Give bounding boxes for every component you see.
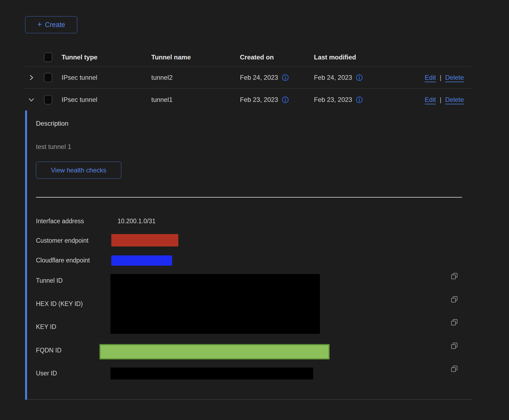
fqdn-id-label: FQDN ID: [36, 346, 62, 354]
row-checkbox[interactable]: [44, 73, 52, 82]
header-tunnel-type: Tunnel type: [62, 54, 98, 61]
header-last-modified: Last modified: [314, 54, 356, 61]
copy-icon[interactable]: [450, 318, 459, 327]
edit-link[interactable]: Edit: [425, 96, 436, 104]
interface-address-label: Interface address: [36, 217, 84, 225]
delete-link[interactable]: Delete: [445, 96, 464, 104]
key-id-label: KEY ID: [36, 323, 56, 331]
delete-link[interactable]: Delete: [445, 74, 464, 81]
table-row: IPsec tunnel tunnel1 Feb 23, 2023 Feb 23…: [25, 89, 471, 111]
header-tunnel-name: Tunnel name: [151, 54, 191, 61]
last-modified-value: Feb 23, 2023: [314, 96, 352, 104]
create-button-label: Create: [45, 21, 65, 29]
row-checkbox[interactable]: [44, 95, 52, 104]
edit-link[interactable]: Edit: [425, 74, 436, 81]
description-value: test tunnel 1: [36, 143, 71, 151]
copy-icon[interactable]: [450, 365, 459, 374]
info-icon[interactable]: [356, 74, 363, 81]
copy-icon[interactable]: [450, 342, 459, 351]
copy-icon[interactable]: [450, 295, 459, 304]
user-id-redaction: [110, 368, 313, 379]
interface-address-value: 10.200.1.0/31: [118, 217, 156, 225]
tunnel-type-value: IPsec tunnel: [62, 74, 97, 81]
cloudflare-endpoint-redaction: [111, 255, 172, 266]
view-health-checks-label: View health checks: [51, 166, 106, 174]
customer-endpoint-redaction: [111, 234, 178, 246]
create-button[interactable]: + Create: [25, 16, 77, 33]
info-icon[interactable]: [282, 74, 289, 81]
ids-redaction-block: [110, 274, 320, 334]
user-id-label: User ID: [36, 369, 57, 377]
tunnel-name-value: tunnel2: [151, 74, 173, 81]
view-health-checks-button[interactable]: View health checks: [36, 162, 121, 179]
chevron-right-icon[interactable]: [27, 74, 35, 82]
info-icon[interactable]: [356, 96, 363, 103]
hex-id-label: HEX ID (KEY ID): [36, 300, 83, 308]
action-separator: |: [440, 74, 441, 81]
section-divider: [36, 197, 462, 198]
header-created-on: Created on: [240, 54, 274, 61]
created-on-value: Feb 23, 2023: [240, 96, 278, 104]
tunnel-type-value: IPsec tunnel: [62, 96, 97, 104]
chevron-down-icon[interactable]: [27, 96, 35, 104]
customer-endpoint-label: Customer endpoint: [36, 236, 88, 245]
table-row: IPsec tunnel tunnel2 Feb 24, 2023 Feb 24…: [25, 66, 471, 89]
ipsec-tunnels-page: + Create Tunnel type Tunnel name Created…: [0, 0, 509, 420]
tunnel-details-panel: Description test tunnel 1 View health ch…: [25, 111, 471, 400]
tunnel-name-value: tunnel1: [151, 96, 173, 104]
info-icon[interactable]: [282, 96, 289, 103]
copy-icon[interactable]: [450, 272, 459, 281]
last-modified-value: Feb 24, 2023: [314, 74, 352, 81]
table-header-row: Tunnel type Tunnel name Created on Last …: [25, 48, 471, 66]
fqdn-id-redaction: [99, 344, 330, 359]
plus-icon: +: [37, 20, 42, 28]
select-all-checkbox[interactable]: [44, 53, 52, 62]
created-on-value: Feb 24, 2023: [240, 74, 278, 81]
action-separator: |: [440, 96, 441, 104]
tunnel-id-label: Tunnel ID: [36, 276, 63, 285]
cloudflare-endpoint-label: Cloudflare endpoint: [36, 256, 90, 264]
description-label: Description: [36, 120, 68, 127]
